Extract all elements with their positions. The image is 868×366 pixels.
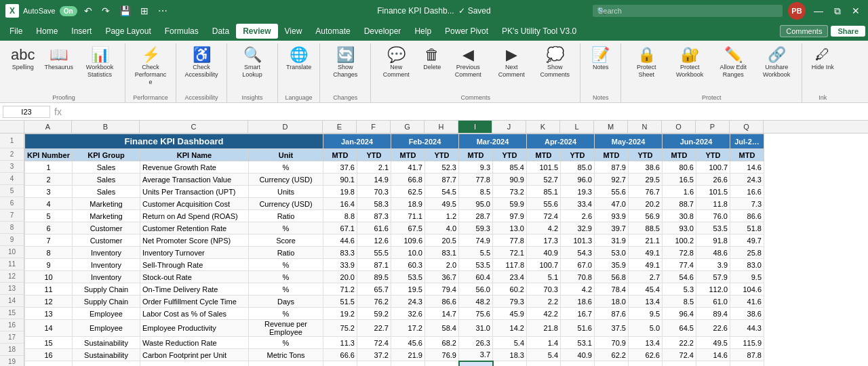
insights-group-label: Insights bbox=[242, 94, 263, 101]
menu-power-pivot[interactable]: Power Pivot bbox=[438, 24, 495, 39]
row-num-6: 6 bbox=[0, 197, 24, 209]
row-num-2: 2 bbox=[0, 148, 24, 161]
notes-icon: 📝 bbox=[591, 47, 610, 62]
col-header-c[interactable]: C bbox=[140, 121, 248, 133]
search-input[interactable] bbox=[593, 5, 783, 17]
workbook-statistics-button[interactable]: 📊 Workbook Statistics bbox=[79, 45, 121, 81]
col-header-i[interactable]: I bbox=[458, 121, 492, 133]
row-num-12: 12 bbox=[0, 270, 24, 283]
workbook-stats-label: Workbook Statistics bbox=[83, 64, 117, 79]
row-num-15: 15 bbox=[0, 307, 24, 319]
menu-review[interactable]: Review bbox=[236, 24, 277, 39]
cell-reference-input[interactable] bbox=[3, 106, 50, 118]
delete-comment-button[interactable]: 🗑 Delete bbox=[418, 45, 446, 74]
menu-view[interactable]: View bbox=[278, 24, 309, 39]
col-header-a[interactable]: A bbox=[24, 121, 72, 133]
next-icon: ▶ bbox=[506, 47, 517, 62]
row-num-18: 18 bbox=[0, 344, 24, 356]
spreadsheet-container: A B C D E F G H I J K L M N O P Q 1 2 3 … bbox=[0, 121, 868, 366]
menu-pk-utility[interactable]: PK's Utility Tool V3.0 bbox=[495, 24, 583, 39]
col-header-g[interactable]: G bbox=[391, 121, 425, 133]
notes-group-label: Notes bbox=[593, 94, 609, 101]
menu-page-layout[interactable]: Page Layout bbox=[98, 24, 157, 39]
translate-button[interactable]: 🌐 Translate bbox=[282, 45, 315, 74]
menu-data[interactable]: Data bbox=[205, 24, 236, 39]
smart-lookup-button[interactable]: 🔍 Smart Lookup bbox=[231, 45, 273, 81]
show-comments-button[interactable]: 💭 Show Comments bbox=[534, 45, 576, 81]
col-header-e[interactable]: E bbox=[323, 121, 357, 133]
prev-label: Previous Comment bbox=[451, 64, 485, 79]
formula-input[interactable] bbox=[66, 106, 865, 117]
table-row-15: 13 Employee Labor Cost as % of Sales % 1… bbox=[25, 308, 764, 320]
protect-workbook-button[interactable]: 🔐 Protect Workbook bbox=[669, 45, 711, 81]
table-row-19 bbox=[25, 361, 764, 367]
comments-button[interactable]: Comments bbox=[780, 25, 828, 37]
row-num-5: 5 bbox=[0, 185, 24, 197]
table-row-10: 8 Inventory Inventory Turnover Ratio 83.… bbox=[25, 247, 764, 259]
col-header-d[interactable]: D bbox=[248, 121, 323, 133]
hide-ink-button[interactable]: 🖊 Hide Ink bbox=[808, 45, 838, 74]
table-button[interactable]: ⊞ bbox=[138, 4, 151, 18]
undo-button[interactable]: ↶ bbox=[81, 4, 95, 18]
check-accessibility-button[interactable]: ♿ Check Accessibility bbox=[180, 45, 222, 81]
new-comment-button[interactable]: 💬 New Comment bbox=[375, 45, 417, 81]
show-changes-icon: 🔄 bbox=[336, 47, 355, 62]
col-header-b[interactable]: B bbox=[72, 121, 140, 133]
allow-edit-ranges-button[interactable]: ✏️ Allow Edit Ranges bbox=[712, 45, 754, 81]
unshare-workbook-button[interactable]: 🔗 Unshare Workbook bbox=[755, 45, 797, 81]
close-button[interactable]: ✕ bbox=[849, 4, 863, 18]
comments-items: 💬 New Comment 🗑 Delete ◀ Previous Commen… bbox=[375, 45, 576, 93]
col-header-m[interactable]: M bbox=[594, 121, 628, 133]
thesaurus-button[interactable]: 📖 Thesaurus bbox=[40, 45, 77, 74]
col-header-o[interactable]: O bbox=[662, 121, 696, 133]
table-row-14: 12 Supply Chain Order Fulfillment Cycle … bbox=[25, 296, 764, 308]
next-comment-button[interactable]: ▶ Next Comment bbox=[490, 45, 532, 81]
row-num-13: 13 bbox=[0, 283, 24, 295]
table-row-11: 9 Inventory Sell-Through Rate % 33.9 87.… bbox=[25, 259, 764, 271]
prev-comment-button[interactable]: ◀ Previous Comment bbox=[447, 45, 489, 81]
menu-developer[interactable]: Developer bbox=[357, 24, 408, 39]
title-bar: X AutoSave On ↶ ↷ 💾 ⊞ ⋯ Finance KPI Dash… bbox=[0, 0, 868, 22]
menu-help[interactable]: Help bbox=[408, 24, 438, 39]
redo-button[interactable]: ↷ bbox=[99, 4, 113, 18]
spelling-button[interactable]: abc Spelling bbox=[7, 45, 39, 74]
show-comments-label: Show Comments bbox=[538, 64, 572, 79]
allow-edit-icon: ✏️ bbox=[724, 47, 743, 62]
check-performance-button[interactable]: ⚡ Check Performance bbox=[130, 45, 172, 88]
menu-file[interactable]: File bbox=[3, 24, 29, 39]
restore-button[interactable]: ⧉ bbox=[831, 4, 844, 18]
ribbon-group-protect: 🔒 Protect Sheet 🔐 Protect Workbook ✏️ Al… bbox=[621, 43, 802, 102]
notes-button[interactable]: 📝 Notes bbox=[587, 45, 614, 74]
col-header-h[interactable]: H bbox=[425, 121, 458, 133]
ribbon: abc Spelling 📖 Thesaurus 📊 Workbook Stat… bbox=[0, 41, 868, 103]
protect-sheet-button[interactable]: 🔒 Protect Sheet bbox=[625, 45, 667, 81]
col-header-l[interactable]: L bbox=[560, 121, 594, 133]
menu-formulas[interactable]: Formulas bbox=[158, 24, 205, 39]
col-header-q[interactable]: Q bbox=[730, 121, 764, 133]
ribbon-group-performance: ⚡ Check Performance Performance bbox=[125, 43, 176, 102]
col-header-p[interactable]: P bbox=[696, 121, 730, 133]
autosave-toggle[interactable]: On bbox=[60, 6, 77, 16]
col-header-f[interactable]: F bbox=[357, 121, 391, 133]
changes-group-label: Changes bbox=[333, 94, 357, 101]
spelling-label: Spelling bbox=[12, 64, 34, 71]
row-num-19: 19 bbox=[0, 356, 24, 366]
menu-insert[interactable]: Insert bbox=[64, 24, 98, 39]
share-button[interactable]: Share bbox=[831, 26, 865, 37]
accessibility-items: ♿ Check Accessibility bbox=[180, 45, 222, 93]
language-group-label: Language bbox=[285, 94, 313, 101]
language-items: 🌐 Translate bbox=[282, 45, 315, 93]
minimize-button[interactable]: — bbox=[811, 4, 826, 18]
table-row-1: Finance KPI Dashboard Jan-2024 Feb-2024 … bbox=[25, 134, 764, 149]
insights-items: 🔍 Smart Lookup bbox=[231, 45, 273, 93]
protect-group-label: Protect bbox=[702, 94, 722, 101]
menu-home[interactable]: Home bbox=[29, 24, 64, 39]
col-header-j[interactable]: J bbox=[492, 121, 526, 133]
show-changes-button[interactable]: 🔄 Show Changes bbox=[324, 45, 366, 81]
save-button[interactable]: 💾 bbox=[117, 4, 134, 18]
col-header-n[interactable]: N bbox=[628, 121, 662, 133]
more-commands-button[interactable]: ⋯ bbox=[155, 4, 170, 18]
excel-icon: X bbox=[5, 4, 19, 18]
menu-automate[interactable]: Automate bbox=[309, 24, 357, 39]
col-header-k[interactable]: K bbox=[526, 121, 560, 133]
